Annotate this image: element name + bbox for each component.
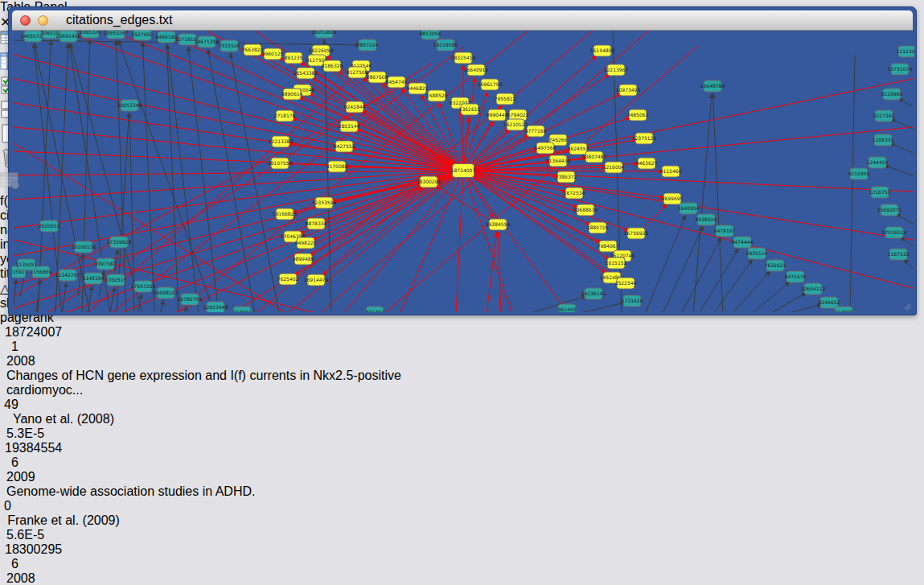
graph-node[interactable]: 20206536 bbox=[72, 241, 97, 253]
graph-node[interactable]: 1145194 bbox=[83, 273, 105, 284]
graph-node[interactable]: 1350515 bbox=[105, 274, 127, 286]
graph-node[interactable]: 2867608 bbox=[367, 72, 388, 83]
graph-node[interactable]: 7955812 bbox=[495, 93, 516, 105]
graph-node[interactable]: 1244415 bbox=[867, 157, 889, 168]
graph-node[interactable]: 6479197 bbox=[714, 225, 736, 237]
graph-node[interactable]: 9463627 bbox=[636, 158, 658, 169]
graph-node[interactable]: 12213967 bbox=[604, 64, 629, 76]
graph-node[interactable]: 12342757 bbox=[55, 270, 80, 281]
table-row[interactable]: 1872400712008Changes of HCN gene express… bbox=[0, 325, 924, 441]
graph-node[interactable]: 9446821 bbox=[407, 83, 429, 94]
graph-node[interactable]: 16648784 bbox=[700, 80, 725, 92]
graph-node[interactable]: 16961758 bbox=[478, 79, 503, 90]
network-canvas[interactable]: 1405572420631042069140610653261065326715… bbox=[12, 31, 913, 315]
graph-node[interactable]: 1527602 bbox=[132, 31, 154, 40]
graph-node[interactable]: 962450 bbox=[558, 304, 577, 312]
graph-node[interactable]: 14671358 bbox=[195, 36, 220, 47]
zoom-window-button[interactable] bbox=[55, 15, 66, 26]
graph-node[interactable]: 17359928 bbox=[107, 237, 132, 248]
graph-node[interactable]: 18107554 bbox=[268, 158, 293, 169]
graph-node[interactable]: 19384554 bbox=[486, 219, 511, 230]
graph-node[interactable]: 21364436 bbox=[546, 155, 571, 167]
graph-node[interactable]: 2620653 bbox=[39, 220, 60, 232]
graph-node[interactable]: 2718176 bbox=[274, 110, 296, 122]
close-window-button[interactable] bbox=[20, 15, 31, 26]
graph-node[interactable]: 9129966 bbox=[881, 89, 903, 100]
graph-node[interactable]: 8990448 bbox=[487, 109, 508, 121]
graph-node[interactable]: 1588520 bbox=[426, 90, 448, 101]
graph-node[interactable]: 2522544 bbox=[615, 278, 637, 289]
graph-node[interactable]: 10807487 bbox=[582, 151, 607, 163]
graph-node[interactable]: 9699695 bbox=[662, 193, 684, 204]
table-row[interactable]: 1938455462009Genome-wide association stu… bbox=[0, 441, 924, 542]
graph-node[interactable]: 10654112 bbox=[801, 283, 826, 295]
graph-node[interactable]: 7857224 bbox=[357, 39, 379, 51]
graph-node[interactable]: 9127508 bbox=[347, 67, 368, 78]
graph-node[interactable]: 1880725 bbox=[587, 222, 609, 233]
graph-node[interactable]: 1216753 bbox=[869, 187, 891, 198]
graph-node[interactable]: 15751074 bbox=[888, 64, 913, 75]
graph-node[interactable]: 9498222 bbox=[295, 237, 317, 249]
graph-node[interactable]: 6216004 bbox=[603, 162, 625, 173]
graph-node[interactable]: 1167533 bbox=[888, 249, 910, 260]
graph-node[interactable]: 6466160 bbox=[156, 31, 178, 43]
graph-node[interactable]: 9890614 bbox=[281, 89, 303, 100]
graph-node[interactable]: 1209332 bbox=[873, 134, 894, 146]
table-row[interactable]: 1830029562008Estimation of significance … bbox=[0, 542, 924, 585]
graph-node[interactable]: 12375125 bbox=[632, 133, 657, 144]
graph-node[interactable]: 18300295 bbox=[417, 176, 441, 187]
graph-node[interactable]: 7625402 bbox=[277, 274, 299, 285]
hub-node[interactable]: 18724007 bbox=[451, 164, 476, 178]
graph-node[interactable]: 9227342 bbox=[873, 110, 895, 122]
graph-node[interactable]: 16053809 bbox=[312, 31, 337, 38]
graph-node[interactable]: 1135051 bbox=[16, 259, 38, 270]
graph-node[interactable]: 8813054 bbox=[420, 31, 441, 39]
graph-node[interactable]: 1615152 bbox=[606, 257, 627, 269]
graph-node[interactable]: 1672534 bbox=[564, 187, 585, 199]
graph-node[interactable]: 12923448 bbox=[203, 302, 228, 312]
graph-node[interactable]: 9960125 bbox=[262, 48, 284, 60]
graph-node[interactable]: 7386372 bbox=[556, 171, 577, 183]
graph-node[interactable]: 19166825 bbox=[273, 208, 298, 220]
graph-node[interactable]: 2803144 bbox=[339, 121, 360, 132]
graph-node[interactable]: 9215956 bbox=[848, 168, 870, 179]
graph-node[interactable]: 15692071 bbox=[877, 204, 902, 216]
graph-node[interactable]: 1065326 bbox=[80, 31, 101, 38]
graph-node[interactable]: 7632621 bbox=[765, 260, 786, 271]
graph-node[interactable]: 4170088 bbox=[326, 161, 348, 172]
graph-node[interactable]: 1733426 bbox=[622, 295, 643, 307]
graph-node[interactable]: 20691406 bbox=[56, 31, 81, 42]
graph-node[interactable]: 10688639 bbox=[573, 204, 598, 216]
graph-node[interactable]: 8471676 bbox=[785, 271, 807, 282]
minimize-window-button[interactable] bbox=[38, 15, 48, 26]
graph-node[interactable]: 6497568 bbox=[535, 142, 556, 154]
graph-node[interactable]: 16543382 bbox=[294, 68, 318, 79]
graph-node[interactable]: 1362615 bbox=[459, 104, 481, 115]
graph-node[interactable]: 924505 bbox=[835, 307, 853, 312]
graph-node[interactable]: 8427552 bbox=[334, 141, 355, 152]
graph-node[interactable]: 16782759 bbox=[178, 294, 203, 305]
graph-node[interactable]: 7663822 bbox=[242, 44, 264, 56]
graph-node[interactable]: 8878334 bbox=[306, 218, 327, 229]
graph-node[interactable]: 12353594 bbox=[312, 197, 337, 208]
graph-node[interactable]: 16640910 bbox=[464, 64, 489, 76]
graph-node[interactable]: 7515526 bbox=[219, 40, 240, 51]
graph-node[interactable]: 10973493 bbox=[616, 84, 641, 96]
window-titlebar[interactable]: citations_edges.txt bbox=[12, 10, 913, 31]
graph-node[interactable]: 14136141 bbox=[581, 288, 606, 299]
graph-node[interactable]: 12213383 bbox=[269, 136, 294, 147]
graph-node[interactable]: 9777169 bbox=[525, 126, 547, 137]
graph-node[interactable]: 831402 bbox=[366, 307, 384, 312]
graph-node[interactable]: 9474444 bbox=[732, 237, 754, 248]
graph-node[interactable]: 8938924 bbox=[696, 214, 717, 225]
canvas-resize-grip[interactable] bbox=[905, 304, 911, 310]
graph-node[interactable]: 924501 bbox=[233, 307, 252, 312]
graph-node[interactable]: 16914479 bbox=[304, 274, 329, 286]
graph-node[interactable]: 9242844 bbox=[344, 101, 366, 113]
graph-node[interactable]: 2935114 bbox=[746, 248, 768, 259]
graph-node[interactable]: 9397587 bbox=[95, 258, 117, 270]
graph-node[interactable]: 16958107 bbox=[154, 287, 179, 299]
graph-node[interactable]: 17957253 bbox=[131, 281, 156, 292]
graph-node[interactable]: 9899489 bbox=[293, 253, 314, 265]
graph-node[interactable]: 1112304 bbox=[897, 46, 914, 57]
